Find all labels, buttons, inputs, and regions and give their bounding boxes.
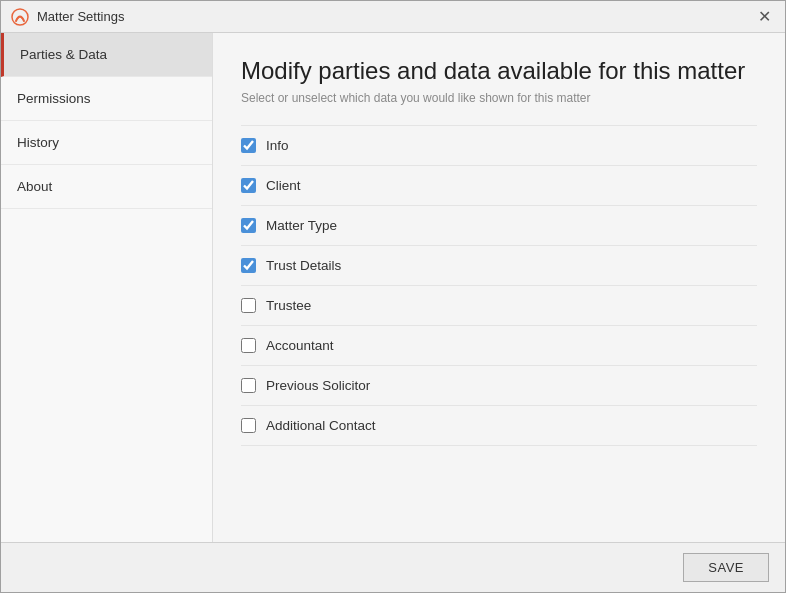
checkbox-accountant[interactable] [241, 338, 256, 353]
checkbox-label-info[interactable]: Info [266, 138, 289, 153]
checkbox-trustee[interactable] [241, 298, 256, 313]
checkbox-matter-type[interactable] [241, 218, 256, 233]
footer: SAVE [1, 542, 785, 592]
checkbox-label-previous-solicitor[interactable]: Previous Solicitor [266, 378, 370, 393]
checkbox-label-additional-contact[interactable]: Additional Contact [266, 418, 376, 433]
checkbox-label-trust-details[interactable]: Trust Details [266, 258, 341, 273]
sidebar-item-parties-data[interactable]: Parties & Data [1, 33, 212, 77]
checkbox-list: Info Client Matter Type Trust Details [241, 125, 757, 446]
title-bar: Matter Settings ✕ [1, 1, 785, 33]
page-subtitle: Select or unselect which data you would … [241, 91, 757, 105]
checkbox-item-additional-contact: Additional Contact [241, 406, 757, 446]
content-area: Parties & Data Permissions History About… [1, 33, 785, 542]
checkbox-additional-contact[interactable] [241, 418, 256, 433]
checkbox-item-trust-details: Trust Details [241, 246, 757, 286]
title-bar-left: Matter Settings [11, 8, 124, 26]
save-button[interactable]: SAVE [683, 553, 769, 582]
page-title: Modify parties and data available for th… [241, 57, 757, 85]
checkbox-client[interactable] [241, 178, 256, 193]
checkbox-info[interactable] [241, 138, 256, 153]
checkbox-item-trustee: Trustee [241, 286, 757, 326]
main-panel: Modify parties and data available for th… [213, 33, 785, 542]
sidebar-item-about[interactable]: About [1, 165, 212, 209]
sidebar-item-permissions[interactable]: Permissions [1, 77, 212, 121]
checkbox-item-client: Client [241, 166, 757, 206]
checkbox-item-accountant: Accountant [241, 326, 757, 366]
checkbox-label-client[interactable]: Client [266, 178, 301, 193]
checkbox-item-previous-solicitor: Previous Solicitor [241, 366, 757, 406]
checkbox-item-matter-type: Matter Type [241, 206, 757, 246]
checkbox-label-matter-type[interactable]: Matter Type [266, 218, 337, 233]
checkbox-label-trustee[interactable]: Trustee [266, 298, 311, 313]
sidebar-item-history[interactable]: History [1, 121, 212, 165]
checkbox-label-accountant[interactable]: Accountant [266, 338, 334, 353]
app-icon [11, 8, 29, 26]
close-button[interactable]: ✕ [753, 6, 775, 28]
matter-settings-window: Matter Settings ✕ Parties & Data Permiss… [0, 0, 786, 593]
window-title: Matter Settings [37, 9, 124, 24]
checkbox-item-info: Info [241, 125, 757, 166]
checkbox-previous-solicitor[interactable] [241, 378, 256, 393]
checkbox-trust-details[interactable] [241, 258, 256, 273]
sidebar: Parties & Data Permissions History About [1, 33, 213, 542]
